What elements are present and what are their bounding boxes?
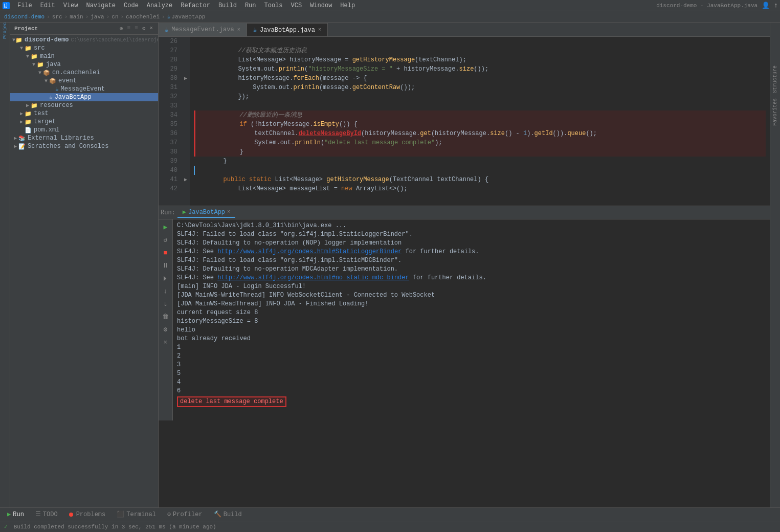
console-line-11: historyMessageSize = 8 bbox=[177, 317, 766, 326]
bottom-tab-build[interactable]: 🔨 Build bbox=[209, 508, 247, 521]
console-highlight-wrapper: delete last message complete bbox=[177, 395, 766, 408]
panel-gear-icon[interactable]: ⚙ bbox=[141, 25, 147, 32]
breadcrumb-item-6[interactable]: ☕JavaBotApp bbox=[167, 13, 206, 20]
window-title: discord-demo - JavaBotApp.java bbox=[656, 3, 757, 9]
tab-label: JavaBotApp.java bbox=[260, 27, 315, 34]
bottom-tab-todo[interactable]: ☰ TODO bbox=[30, 508, 63, 521]
run-play-icon[interactable]: ▶ bbox=[160, 221, 171, 233]
tab-icon: ☕ bbox=[253, 26, 257, 34]
menu-edit[interactable]: Edit bbox=[36, 1, 59, 10]
code-line-26 bbox=[194, 37, 766, 46]
test-icon: 📁 bbox=[25, 110, 32, 117]
java-file-icon: ☕ bbox=[55, 86, 59, 93]
tree-item-messageevent[interactable]: ☕ MessageEvent bbox=[10, 85, 158, 93]
code-line-34: //删除最近的一条消息 bbox=[195, 110, 766, 120]
code-line-33 bbox=[194, 101, 766, 110]
menu-build[interactable]: Build bbox=[214, 1, 241, 10]
run-scroll-end-icon[interactable]: ⇓ bbox=[160, 298, 171, 309]
tree-item-src[interactable]: ▼ 📁 src bbox=[10, 44, 158, 52]
arrow-icon: ▶ bbox=[25, 102, 31, 108]
menu-vcs[interactable]: VCS bbox=[287, 1, 306, 10]
bottom-tab-terminal[interactable]: ⬛ Terminal bbox=[112, 508, 161, 521]
menu-run[interactable]: Run bbox=[241, 1, 260, 10]
editor-area: ☕ MessageEvent.java × ☕ JavaBotApp.java … bbox=[159, 23, 770, 507]
tree-item-target[interactable]: ▶ 📁 target bbox=[10, 118, 158, 126]
tab-javabotapp[interactable]: ☕ JavaBotApp.java × bbox=[247, 23, 328, 36]
structure-label[interactable]: Structure bbox=[771, 63, 779, 95]
tree-item-package[interactable]: ▼ 📦 cn.caochenlei bbox=[10, 69, 158, 77]
code-line-27: //获取文本频道历史消息 bbox=[194, 46, 766, 55]
run-tab-text: Run bbox=[13, 511, 24, 518]
code-line-32: }); bbox=[194, 92, 766, 101]
bottom-tab-problems[interactable]: Problems bbox=[64, 508, 111, 521]
tree-item-pom[interactable]: 📄 pom.xml bbox=[10, 126, 158, 134]
user-icon[interactable]: 👤 bbox=[762, 2, 770, 10]
console-line-1: SLF4J: Failed to load class "org.slf4j.i… bbox=[177, 230, 766, 239]
console-line-4: SLF4J: Failed to load class "org.slf4j.i… bbox=[177, 256, 766, 265]
bottom-tab-run[interactable]: ▶ Run bbox=[2, 508, 29, 521]
tree-item-resources[interactable]: ▶ 📁 resources bbox=[10, 101, 158, 109]
panel-close-icon[interactable]: × bbox=[148, 25, 154, 32]
tree-view[interactable]: ▼ 📁 discord-demo C:\Users\CaoChenLei\Ide… bbox=[10, 35, 158, 507]
tree-item-event[interactable]: ▼ 📦 event bbox=[10, 77, 158, 85]
code-editor[interactable]: 26 27 28 29 30 31 32 33 34 35 36 37 38 3… bbox=[159, 37, 770, 206]
panel-locate-icon[interactable]: ⊕ bbox=[119, 25, 124, 32]
run-tab-javabotapp[interactable]: ▶ JavaBotApp × bbox=[177, 207, 235, 218]
breadcrumb-item-4[interactable]: cn bbox=[112, 14, 118, 20]
console-line-8: [JDA MainWS-WriteThread] INFO WebSocketC… bbox=[177, 291, 766, 300]
run-stop-icon[interactable]: ■ bbox=[160, 247, 171, 258]
run-pause-icon[interactable]: ⏸ bbox=[160, 260, 171, 271]
tree-item-root[interactable]: ▼ 📁 discord-demo C:\Users\CaoChenLei\Ide… bbox=[10, 36, 158, 44]
tree-item-scratches[interactable]: ▶ 📝 Scratches and Consoles bbox=[10, 142, 158, 150]
panel-collapse-icon[interactable]: ≡ bbox=[126, 25, 132, 32]
console-line-9: [JDA MainWS-ReadThread] INFO JDA - Finis… bbox=[177, 300, 766, 308]
run-close-icon[interactable]: × bbox=[160, 337, 171, 348]
tree-item-main[interactable]: ▼ 📁 main bbox=[10, 52, 158, 60]
console-line-5: SLF4J: Defaulting to no-operation MDCAda… bbox=[177, 265, 766, 274]
arrow-icon: ▼ bbox=[18, 46, 25, 51]
menu-help[interactable]: Help bbox=[336, 1, 359, 10]
tab-close-messageevent[interactable]: × bbox=[237, 27, 240, 33]
run-step-icon[interactable]: ↓ bbox=[160, 285, 171, 297]
left-side-icons: Project bbox=[0, 23, 10, 507]
code-line-30: historyMessage.forEach(message -> { bbox=[194, 74, 766, 83]
run-settings-icon[interactable]: ⚙ bbox=[160, 324, 171, 335]
run-resume-icon[interactable]: ⏵ bbox=[160, 273, 171, 284]
bottom-tab-profiler[interactable]: ⊙ Profiler bbox=[162, 508, 208, 521]
menu-navigate[interactable]: Navigate bbox=[82, 1, 120, 10]
tab-close-javabotapp[interactable]: × bbox=[318, 27, 321, 33]
console-line-14: 1 bbox=[177, 343, 766, 352]
javabotapp-icon: ☕ bbox=[49, 94, 53, 101]
panel-settings-icon[interactable]: ≡ bbox=[133, 25, 139, 32]
breadcrumb-item-1[interactable]: src bbox=[52, 14, 62, 20]
menu-view[interactable]: View bbox=[59, 1, 82, 10]
folder-icon: 📁 bbox=[31, 53, 38, 60]
tree-item-extlib[interactable]: ▶ 📚 External Libraries bbox=[10, 134, 158, 142]
console-line-12: hello bbox=[177, 326, 766, 335]
code-lines[interactable]: //获取文本频道历史消息 List<Message> historyMessag… bbox=[190, 37, 770, 206]
run-rerun-icon[interactable]: ↺ bbox=[160, 234, 171, 246]
tree-item-java[interactable]: ▼ 📁 java bbox=[10, 60, 158, 69]
breadcrumb-item-2[interactable]: main bbox=[70, 14, 83, 20]
run-tab-close[interactable]: × bbox=[227, 209, 230, 215]
tree-item-javabotapp[interactable]: ☕ JavaBotApp bbox=[10, 93, 158, 101]
tree-item-test[interactable]: ▶ 📁 test bbox=[10, 109, 158, 118]
vcs-icon[interactable]: ↑ bbox=[774, 2, 778, 9]
breadcrumb-item-0[interactable]: discord-demo bbox=[4, 14, 44, 20]
slf4j-link-2[interactable]: http://www.slf4j.org/codes.html#no_stati… bbox=[217, 274, 409, 281]
menu-refactor[interactable]: Refactor bbox=[176, 1, 214, 10]
arrow-icon: ▶ bbox=[18, 119, 25, 125]
menu-code[interactable]: Code bbox=[120, 1, 143, 10]
breadcrumb-item-3[interactable]: java bbox=[91, 14, 104, 20]
menu-file[interactable]: File bbox=[13, 1, 36, 10]
tab-icon: ☕ bbox=[165, 26, 168, 34]
breadcrumb-item-5[interactable]: caochenlei bbox=[126, 14, 160, 20]
project-panel-toggle[interactable]: Project bbox=[1, 25, 10, 34]
menu-analyze[interactable]: Analyze bbox=[143, 1, 176, 10]
menu-window[interactable]: Window bbox=[306, 1, 336, 10]
favorites-label[interactable]: Favorites bbox=[771, 96, 779, 128]
slf4j-link-1[interactable]: http://www.slf4j.org/codes.html#StaticLo… bbox=[217, 248, 402, 255]
tab-messageevent[interactable]: ☕ MessageEvent.java × bbox=[159, 23, 247, 36]
run-clear-icon[interactable]: 🗑 bbox=[160, 311, 171, 322]
menu-tools[interactable]: Tools bbox=[260, 1, 287, 10]
